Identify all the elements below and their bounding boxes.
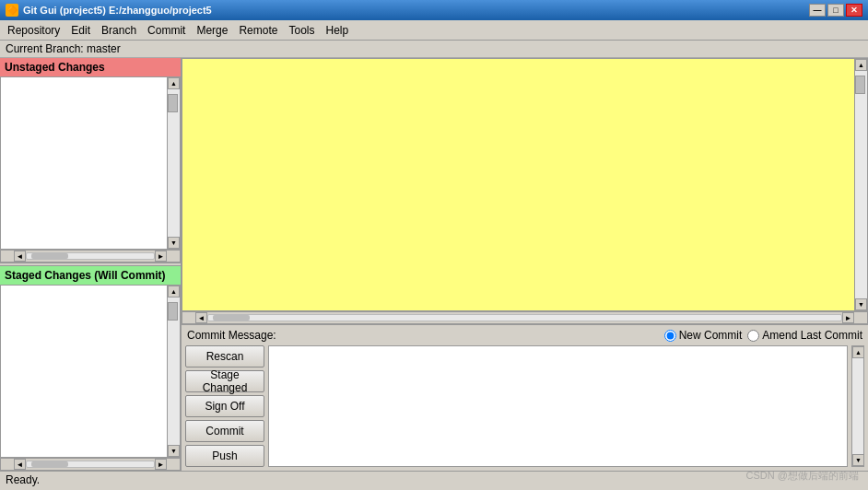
status-bar: Ready. CSDN @想做后端的前端 [0,471,868,489]
right-panel: ▲ ▼ ◄ ► Commit Message: New Commit [182,58,868,471]
scrollbar-v-track [168,89,180,237]
window-controls: — □ ✕ [809,4,862,17]
branch-status: Current Branch: master [0,41,868,58]
menu-tools[interactable]: Tools [283,22,320,39]
diff-scroll-up[interactable]: ▲ [855,59,867,71]
menu-branch[interactable]: Branch [96,22,142,39]
staged-scrollbar-v-track [168,298,180,445]
amend-commit-radio[interactable] [747,330,759,342]
staged-scrollbar-v-down[interactable]: ▼ [168,445,180,457]
menu-remote[interactable]: Remote [233,22,283,39]
staged-content[interactable]: ▲ ▼ [0,285,181,458]
commit-scroll-track [852,358,863,454]
diff-scroll-right[interactable]: ► [842,312,854,323]
scrollbar-v-down[interactable]: ▼ [168,237,180,249]
scrollbar-v-up[interactable]: ▲ [168,77,180,89]
staged-header: Staged Changes (Will Commit) [0,266,181,285]
menu-merge[interactable]: Merge [191,22,233,39]
unstaged-header: Unstaged Changes [0,58,181,76]
push-button[interactable]: Push [185,445,264,467]
commit-bottom: Rescan Stage Changed Sign Off Commit Pus… [182,344,868,471]
sign-off-button[interactable]: Sign Off [185,395,264,417]
minimize-button[interactable]: — [809,4,826,17]
commit-buttons: Rescan Stage Changed Sign Off Commit Pus… [185,345,264,467]
menu-help[interactable]: Help [320,22,354,39]
new-commit-radio[interactable] [664,330,676,342]
diff-scroll-down[interactable]: ▼ [855,298,867,310]
menu-repository[interactable]: Repository [2,22,65,39]
commit-message-header: Commit Message: New Commit Amend Last Co… [182,325,868,344]
commit-message-label: Commit Message: [187,329,276,342]
scroll-left-arrow[interactable]: ◄ [14,251,26,262]
commit-msg-scrollbar[interactable]: ▲ ▼ [851,345,864,467]
staged-scroll-h-thumb [31,461,68,467]
rescan-button[interactable]: Rescan [185,345,264,368]
commit-area: Commit Message: New Commit Amend Last Co… [182,324,868,471]
staged-scrollbar-v[interactable]: ▲ ▼ [167,286,180,457]
staged-scroll-left[interactable]: ◄ [14,459,26,470]
close-button[interactable]: ✕ [846,4,862,17]
staged-scroll-right[interactable]: ► [155,459,167,470]
left-panel: Unstaged Changes ▲ ▼ ◄ ► S [0,58,182,471]
menu-edit[interactable]: Edit [65,22,96,39]
app-icon: 🔶 [6,4,18,17]
new-commit-option[interactable]: New Commit [664,329,743,342]
amend-commit-option[interactable]: Amend Last Commit [747,329,862,342]
diff-scroll-left[interactable]: ◄ [195,312,207,323]
unstaged-content[interactable]: ▲ ▼ [0,76,181,250]
diff-scrollbar-v[interactable]: ▲ ▼ [854,59,867,310]
scroll-right-arrow[interactable]: ► [155,251,167,262]
diff-scroll-v-track [855,71,867,298]
staged-scroll-h-track [26,461,155,468]
diff-scroll-h-thumb [213,315,250,321]
commit-scroll-up[interactable]: ▲ [852,346,864,358]
main-layout: Unstaged Changes ▲ ▼ ◄ ► S [0,58,868,471]
menu-bar: Repository Edit Branch Commit Merge Remo… [0,20,868,41]
scroll-h-track [26,252,155,260]
staged-section: Staged Changes (Will Commit) ▲ ▼ ◄ ► [0,266,181,471]
staged-scrollbar-h[interactable]: ◄ ► [0,458,181,471]
staged-scrollbar-v-thumb [168,302,178,321]
staged-scrollbar-v-up[interactable]: ▲ [168,286,180,298]
unstaged-scrollbar-v[interactable]: ▲ ▼ [167,77,180,249]
scrollbar-v-thumb [168,94,178,112]
unstaged-scrollbar-h[interactable]: ◄ ► [0,250,181,262]
diff-scroll-v-thumb [855,76,865,94]
status-text: Ready. [6,473,40,486]
commit-scroll-down[interactable]: ▼ [852,454,864,466]
diff-area: ▲ ▼ [182,58,868,311]
title-bar: 🔶 Git Gui (project5) E:/zhangguo/project… [0,0,868,20]
diff-scroll-h-track [207,314,842,321]
window-title: Git Gui (project5) E:/zhangguo/project5 [23,5,809,16]
unstaged-section: Unstaged Changes ▲ ▼ ◄ ► [0,58,181,262]
commit-button[interactable]: Commit [185,420,264,442]
watermark: CSDN @想做后端的前端 [746,469,859,483]
stage-changed-button[interactable]: Stage Changed [185,370,264,392]
menu-commit[interactable]: Commit [142,22,191,39]
commit-type-group: New Commit Amend Last Commit [664,329,862,342]
maximize-button[interactable]: □ [827,4,844,17]
commit-message-area [268,345,848,467]
commit-message-input[interactable] [268,345,848,467]
scroll-h-thumb [31,253,68,259]
diff-scrollbar-h[interactable]: ◄ ► [182,311,868,324]
